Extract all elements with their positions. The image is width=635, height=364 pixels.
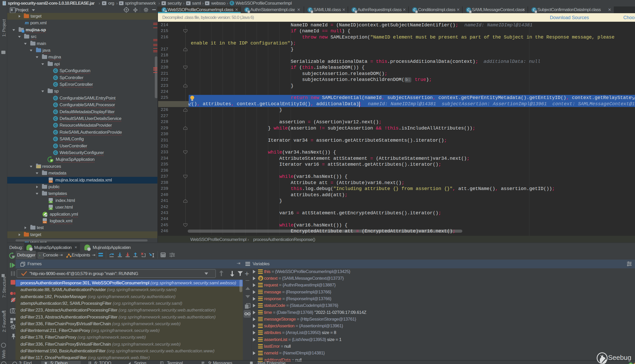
svg-text:H: H	[50, 201, 52, 203]
svg-text:<>: <>	[49, 181, 52, 183]
svg-text:<>: <>	[43, 221, 46, 224]
svg-text:H: H	[50, 207, 52, 210]
